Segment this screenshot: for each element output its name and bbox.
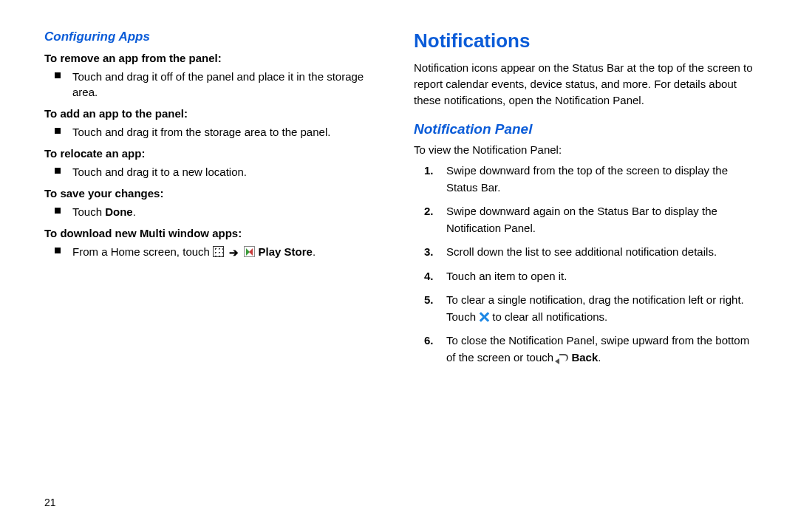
- step-number: 3.: [414, 244, 446, 261]
- add-app-text: Touch and drag it from the storage area …: [72, 124, 330, 140]
- step-3: 3. Scroll down the list to see additiona…: [414, 244, 754, 261]
- text-part: .: [133, 205, 136, 218]
- bullet-icon: [55, 208, 61, 214]
- text-part: From a Home screen, touch: [72, 245, 213, 258]
- steps-list: 1. Swipe downward from the top of the sc…: [414, 163, 754, 366]
- text-part: Touch: [72, 205, 105, 218]
- step-6: 6. To close the Notification Panel, swip…: [414, 332, 754, 366]
- bullet-icon: [55, 248, 61, 253]
- relocate-app-text: Touch and drag it to a new location.: [72, 164, 247, 180]
- notifications-heading: Notifications: [414, 30, 754, 52]
- step-number: 4.: [414, 268, 446, 285]
- step-text: Swipe downward again on the Status Bar t…: [446, 203, 754, 236]
- notification-panel-heading: Notification Panel: [414, 121, 754, 137]
- step-2: 2. Swipe downward again on the Status Ba…: [414, 203, 754, 236]
- step-text: Swipe downward from the top of the scree…: [446, 163, 754, 196]
- notification-panel-lead: To view the Notification Panel:: [414, 142, 754, 158]
- download-apps-title: To download new Multi window apps:: [44, 227, 384, 239]
- save-changes-title: To save your changes:: [44, 187, 384, 200]
- back-label: Back: [568, 351, 598, 364]
- step-text: To close the Notification Panel, swipe u…: [446, 332, 754, 366]
- right-column: Notifications Notification icons appear …: [399, 30, 754, 517]
- download-apps-bullet: From a Home screen, touch ➔ Play Store.: [55, 244, 384, 260]
- step-number: 1.: [414, 163, 446, 196]
- configuring-apps-heading: Configuring Apps: [44, 30, 384, 44]
- manual-page: Configuring Apps To remove an app from t…: [0, 0, 798, 532]
- step-4: 4. Touch an item to open it.: [414, 268, 754, 285]
- text-part: .: [598, 351, 601, 364]
- text-part: .: [313, 245, 316, 258]
- done-label: Done: [105, 205, 133, 218]
- relocate-app-title: To relocate an app:: [44, 147, 384, 160]
- step-text: Scroll down the list to see additional n…: [446, 244, 754, 261]
- relocate-app-bullet: Touch and drag it to a new location.: [55, 164, 384, 180]
- left-column: Configuring Apps To remove an app from t…: [44, 30, 399, 517]
- add-app-bullet: Touch and drag it from the storage area …: [55, 124, 384, 140]
- arrow-icon: ➔: [229, 245, 239, 260]
- back-icon: [556, 352, 568, 363]
- remove-app-text: Touch and drag it off of the panel and p…: [72, 69, 384, 100]
- step-1: 1. Swipe downward from the top of the sc…: [414, 163, 754, 196]
- download-apps-text: From a Home screen, touch ➔ Play Store.: [72, 244, 316, 260]
- step-text: Touch an item to open it.: [446, 268, 754, 285]
- bullet-icon: [55, 72, 61, 78]
- step-text: To clear a single notification, drag the…: [446, 292, 754, 325]
- notifications-intro: Notification icons appear on the Status …: [414, 60, 754, 108]
- step-5: 5. To clear a single notification, drag …: [414, 292, 754, 325]
- text-part: to clear all notifications.: [489, 310, 607, 323]
- page-number: 21: [44, 497, 56, 508]
- apps-grid-icon: [213, 246, 224, 257]
- remove-app-title: To remove an app from the panel:: [44, 52, 384, 64]
- step-number: 2.: [414, 203, 446, 236]
- step-number: 6.: [414, 332, 446, 366]
- play-store-label: Play Store: [255, 245, 313, 258]
- bullet-icon: [55, 168, 61, 174]
- save-changes-text: Touch Done.: [72, 204, 136, 219]
- bullet-icon: [55, 128, 61, 134]
- save-changes-bullet: Touch Done.: [55, 204, 384, 219]
- remove-app-bullet: Touch and drag it off of the panel and p…: [55, 69, 384, 100]
- step-number: 5.: [414, 292, 446, 325]
- add-app-title: To add an app to the panel:: [44, 107, 384, 120]
- play-store-icon: [244, 246, 255, 257]
- clear-all-x-icon: [479, 312, 489, 322]
